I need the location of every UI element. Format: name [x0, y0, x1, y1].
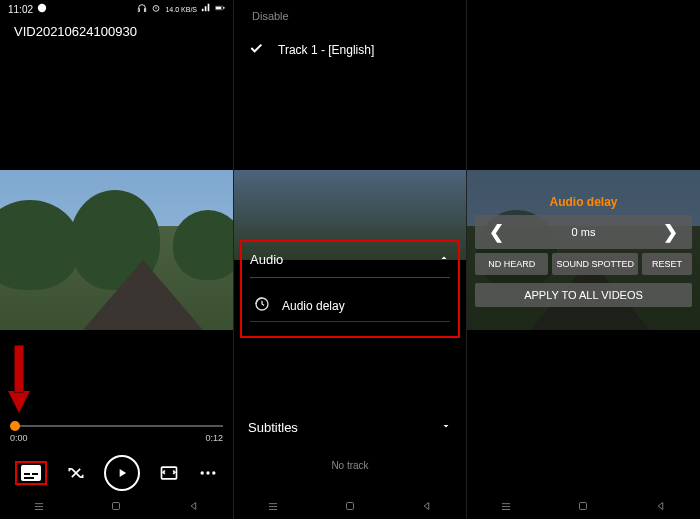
svg-point-14	[200, 471, 203, 474]
messenger-icon	[37, 3, 47, 15]
svg-rect-20	[113, 502, 120, 509]
duration: 0:12	[205, 433, 223, 443]
audio-menu-header[interactable]: Audio	[250, 252, 450, 278]
svg-rect-6	[216, 7, 221, 9]
status-bar: 11:02 14.0 KB/S	[0, 0, 233, 18]
video-frame[interactable]	[0, 170, 233, 330]
nav-recent-icon[interactable]	[266, 499, 280, 516]
play-button[interactable]	[104, 455, 140, 491]
reset-button[interactable]: RESET	[642, 253, 692, 275]
svg-rect-5	[224, 7, 225, 8]
nav-home-icon[interactable]	[109, 499, 123, 516]
android-navbar	[234, 495, 466, 519]
svg-rect-25	[346, 502, 353, 509]
battery-icon	[215, 3, 225, 15]
disable-label: Disable	[252, 10, 289, 22]
nav-recent-icon[interactable]	[32, 499, 46, 516]
track-item[interactable]: Track 1 - [English]	[234, 32, 466, 67]
disable-track-item[interactable]: Disable	[234, 0, 466, 32]
status-time: 11:02	[8, 4, 33, 15]
seek-thumb[interactable]	[10, 421, 20, 431]
video-title: VID20210624100930	[0, 18, 233, 45]
subtitle-audio-button[interactable]	[15, 461, 47, 485]
check-icon	[248, 40, 264, 59]
audio-menu-highlight: Audio Audio delay	[240, 240, 460, 338]
collapse-up-icon	[438, 252, 450, 267]
reset-label: RESET	[652, 259, 682, 269]
svg-point-16	[212, 471, 215, 474]
loop-button[interactable]	[66, 463, 86, 483]
track-label: Track 1 - [English]	[278, 43, 374, 57]
no-track-label: No track	[234, 460, 466, 471]
audio-delay-item[interactable]: Audio delay	[250, 290, 450, 322]
sound-spotted-button[interactable]: SOUND SPOTTED	[552, 253, 638, 275]
delay-increase-button[interactable]: ❯	[663, 221, 678, 243]
audio-delay-label: Audio delay	[282, 299, 345, 313]
android-navbar	[0, 495, 233, 519]
annotation-arrow-icon	[8, 345, 30, 419]
delay-stepper: ❮ 0 ms ❯	[475, 215, 692, 249]
svg-rect-2	[145, 9, 146, 11]
nav-back-icon[interactable]	[654, 499, 668, 516]
svg-rect-10	[24, 473, 30, 475]
nav-home-icon[interactable]	[576, 499, 590, 516]
svg-rect-12	[24, 477, 34, 479]
delay-panel-pane: Audio delay ❮ 0 ms ❯ ND HEARD SOUND SPOT…	[466, 0, 700, 519]
expand-down-icon	[440, 420, 452, 435]
sound-heard-button[interactable]: ND HEARD	[475, 253, 548, 275]
current-time: 0:00	[10, 433, 28, 443]
nav-home-icon[interactable]	[343, 499, 357, 516]
nav-back-icon[interactable]	[420, 499, 434, 516]
more-button[interactable]	[198, 463, 218, 483]
android-navbar	[467, 495, 700, 519]
audio-header-label: Audio	[250, 252, 283, 267]
svg-point-15	[206, 471, 209, 474]
sound-heard-label: ND HEARD	[488, 259, 535, 269]
svg-rect-1	[139, 9, 140, 11]
status-right: 14.0 KB/S	[137, 3, 225, 15]
audio-menu-pane: Audio Audio delay Disable Track 1 - [Eng…	[233, 0, 466, 519]
apply-all-button[interactable]: APPLY TO ALL VIDEOS	[475, 283, 692, 307]
svg-rect-7	[14, 345, 24, 393]
svg-rect-29	[580, 502, 587, 509]
seek-bar[interactable]: 0:00 0:12	[10, 425, 223, 443]
headphone-icon	[137, 3, 147, 15]
svg-rect-11	[32, 473, 38, 475]
aspect-ratio-button[interactable]	[159, 463, 179, 483]
nav-back-icon[interactable]	[187, 499, 201, 516]
nav-recent-icon[interactable]	[499, 499, 513, 516]
apply-all-label: APPLY TO ALL VIDEOS	[524, 289, 643, 301]
sound-spotted-label: SOUND SPOTTED	[556, 259, 634, 269]
subtitles-label: Subtitles	[248, 420, 298, 435]
delay-value: 0 ms	[572, 226, 596, 238]
player-main-pane: 11:02 14.0 KB/S VID20210624100930	[0, 0, 233, 519]
delay-icon	[254, 296, 270, 315]
network-speed: 14.0 KB/S	[165, 6, 197, 13]
signal-icon	[201, 3, 211, 15]
svg-point-0	[38, 4, 46, 12]
audio-delay-panel: Audio delay ❮ 0 ms ❯ ND HEARD SOUND SPOT…	[475, 195, 692, 311]
delay-panel-title: Audio delay	[475, 195, 692, 209]
subtitles-menu-header[interactable]: Subtitles	[248, 420, 452, 435]
player-controls	[0, 455, 233, 491]
alarm-icon	[151, 3, 161, 15]
delay-decrease-button[interactable]: ❮	[489, 221, 504, 243]
